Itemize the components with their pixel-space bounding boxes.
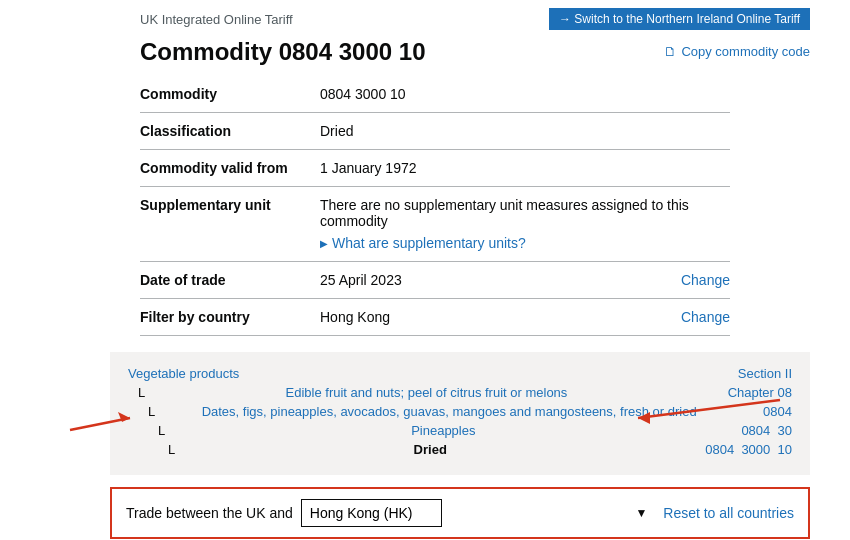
bc-code-part1: 0804 [705, 442, 734, 457]
bc-30-code[interactable]: 30 [778, 423, 792, 438]
bc-edible-link[interactable]: Edible fruit and nuts; peel of citrus fr… [286, 385, 568, 400]
commodity-info-table: Commodity 0804 3000 10 Classification Dr… [140, 76, 730, 262]
commodity-row: Commodity 0804 3000 10 [140, 76, 730, 113]
classification-label: Classification [140, 113, 320, 150]
country-select[interactable]: Hong Kong (HK) All countries [301, 499, 442, 527]
bc-pineapples-link[interactable]: Pineapples [411, 423, 475, 438]
supplementary-cell: There are no supplementary unit measures… [320, 187, 730, 262]
page-title: Commodity 0804 3000 10 [140, 38, 425, 66]
filter-country-value: Hong Kong [320, 309, 681, 325]
commodity-label: Commodity [140, 76, 320, 113]
breadcrumb-section: Vegetable products Section II L Edible f… [110, 352, 810, 475]
switch-tariff-button[interactable]: → Switch to the Northern Ireland Online … [549, 8, 810, 30]
bc-full-code: 0804 3000 10 [705, 442, 792, 457]
supplementary-units-link[interactable]: What are supplementary units? [320, 235, 526, 251]
valid-from-row: Commodity valid from 1 January 1972 [140, 150, 730, 187]
top-bar: UK Integrated Online Tariff → Switch to … [0, 0, 850, 34]
date-of-trade-value: 25 April 2023 [320, 272, 681, 288]
supplementary-label: Supplementary unit [140, 187, 320, 262]
date-change-link[interactable]: Change [681, 272, 730, 288]
page-header: Commodity 0804 3000 10 🗋 Copy commodity … [0, 34, 850, 76]
supplementary-row: Supplementary unit There are no suppleme… [140, 187, 730, 262]
classification-row: Classification Dried [140, 113, 730, 150]
bc-row-1: Vegetable products Section II [128, 366, 792, 381]
date-of-trade-label: Date of trade [140, 272, 320, 288]
valid-from-label: Commodity valid from [140, 150, 320, 187]
bc-indent-mark-4: L [168, 442, 175, 457]
bc-0804-link[interactable]: 0804 [763, 404, 792, 419]
copy-commodity-code-link[interactable]: 🗋 Copy commodity code [664, 44, 810, 59]
bc-code-part2: 3000 [741, 442, 770, 457]
country-select-wrapper: Hong Kong (HK) All countries [301, 499, 655, 527]
bc-code-part3: 10 [778, 442, 792, 457]
bc-row-3: L Dates, figs, pineapples, avocados, gua… [128, 404, 792, 419]
filter-country-label: Filter by country [140, 309, 320, 325]
reset-all-countries-link[interactable]: Reset to all countries [663, 505, 794, 521]
commodity-value: 0804 3000 10 [320, 76, 730, 113]
bc-dried-text: Dried [414, 442, 447, 457]
bc-indent-mark-1: L [138, 385, 145, 400]
bc-chapter08-link[interactable]: Chapter 08 [728, 385, 792, 400]
bc-0804-code[interactable]: 0804 [741, 423, 770, 438]
valid-from-value: 1 January 1972 [320, 150, 730, 187]
trade-filter-label: Trade between the UK and [126, 505, 293, 521]
supplementary-text: There are no supplementary unit measures… [320, 197, 730, 229]
bc-dates-link[interactable]: Dates, figs, pineapples, avocados, guava… [202, 404, 697, 419]
bc-row-5: L Dried 0804 3000 10 [128, 442, 792, 457]
bc-vegetable-link[interactable]: Vegetable products [128, 366, 239, 381]
trade-filter-box: Trade between the UK and Hong Kong (HK) … [110, 487, 810, 539]
bc-0804-30-codes: 0804 30 [741, 423, 792, 438]
filter-change-link[interactable]: Change [681, 309, 730, 325]
bc-indent-mark-3: L [158, 423, 165, 438]
bc-section2-link[interactable]: Section II [738, 366, 792, 381]
classification-value: Dried [320, 113, 730, 150]
copy-icon: 🗋 [664, 44, 677, 59]
service-name: UK Integrated Online Tariff [140, 12, 293, 27]
filter-change-action: Change [681, 309, 730, 325]
bc-row-4: L Pineapples 0804 30 [128, 423, 792, 438]
bc-row-2: L Edible fruit and nuts; peel of citrus … [128, 385, 792, 400]
date-of-trade-row: Date of trade 25 April 2023 Change [140, 262, 730, 299]
date-change-action: Change [681, 272, 730, 288]
bc-indent-mark-2: L [148, 404, 155, 419]
filter-country-row: Filter by country Hong Kong Change [140, 299, 730, 336]
